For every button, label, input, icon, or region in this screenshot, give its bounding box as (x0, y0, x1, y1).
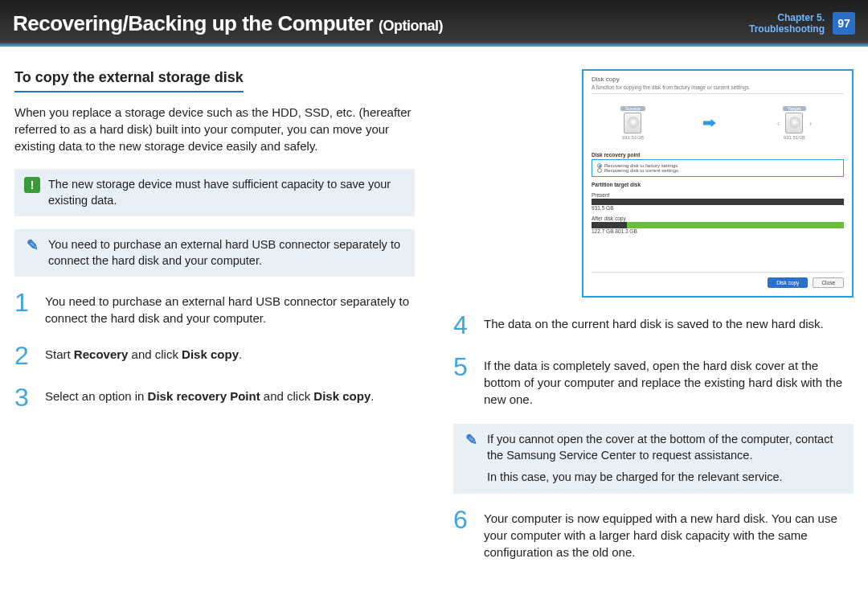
note-callout: ✎ You need to purchase an external hard … (14, 229, 415, 277)
chapter-line2: Troubleshooting (749, 23, 825, 35)
left-column: To copy the external storage disk When y… (14, 69, 415, 577)
close-button[interactable]: Close (813, 277, 844, 288)
chapter-label: Chapter 5. Troubleshooting (749, 12, 825, 35)
hard-disk-icon (785, 113, 803, 133)
step-number: 2 (14, 343, 37, 368)
title-main: Recovering/Backing up the Computer (13, 11, 379, 35)
chevron-right-icon[interactable]: › (806, 119, 815, 128)
step-text: Your computer is now equipped with a new… (484, 507, 854, 561)
header-meta: Chapter 5. Troubleshooting 97 (749, 12, 855, 35)
step-text: You need to purchase an external hard US… (45, 290, 415, 326)
warning-icon: ! (24, 177, 40, 193)
ss-radio-current[interactable]: Recovering disk to current settings. (597, 168, 838, 173)
step-4: 4 The data on the current hard disk is s… (453, 312, 854, 338)
page-number-badge: 97 (833, 12, 855, 35)
warning-text: The new storage device must have suffici… (48, 177, 405, 208)
ss-source-disk: Source 931.51GB (620, 106, 645, 140)
title-optional: (Optional) (379, 18, 443, 34)
step-text: If the data is completely saved, open th… (484, 354, 854, 408)
page-content: To copy the external storage disk When y… (0, 47, 868, 591)
ss-after-label: After disk copy (592, 216, 844, 221)
step-6: 6 Your computer is now equipped with a n… (453, 507, 854, 561)
section-title: To copy the external storage disk (14, 69, 244, 92)
ss-partition-present: Present 931.5 GB (592, 192, 844, 211)
ss-recovery-section: Disk recovery point (592, 152, 844, 158)
step-3: 3 Select an option in Disk recovery Poin… (14, 384, 415, 410)
warning-callout: ! The new storage device must have suffi… (14, 169, 415, 216)
step-number: 6 (453, 507, 476, 561)
ss-footer: Disk copy Close (592, 272, 844, 288)
page-header: Recovering/Backing up the Computer (Opti… (0, 0, 868, 47)
service-note-callout: ✎ If you cannot open the cover at the bo… (453, 424, 854, 494)
step-1: 1 You need to purchase an external hard … (14, 290, 415, 326)
radio-icon (597, 168, 602, 173)
ss-target-label: Target (783, 106, 806, 111)
step-number: 3 (14, 384, 37, 410)
disk-copy-screenshot: Disk copy A function for copying the dis… (582, 69, 854, 298)
partition-bar (592, 199, 844, 205)
step-text: The data on the current hard disk is sav… (484, 312, 824, 338)
ss-present-size: 931.5 GB (592, 205, 844, 211)
step-text: Select an option in Disk recovery Point … (45, 384, 374, 410)
step-number: 5 (453, 354, 476, 408)
partition-bar (592, 222, 844, 228)
step-5: 5 If the data is completely saved, open … (453, 354, 854, 408)
disk-copy-button[interactable]: Disk copy (768, 277, 808, 288)
ss-partition-after: After disk copy 122.7 GB 801.3 GB (592, 216, 844, 234)
intro-paragraph: When you replace a storage device such a… (14, 104, 415, 154)
note-icon: ✎ (24, 237, 40, 253)
ss-target-disk: Target 931.51GB (783, 106, 806, 140)
ss-source-label: Source (620, 106, 645, 111)
chapter-line1: Chapter 5. (749, 12, 825, 23)
chevron-left-icon[interactable]: ‹ (774, 119, 783, 128)
ss-recovery-options: Recovering disk to factory settings. Rec… (592, 159, 844, 177)
hard-disk-icon (624, 113, 641, 133)
ss-target-size: 931.51GB (784, 135, 805, 140)
ss-present-label: Present (592, 192, 844, 198)
note-icon: ✎ (463, 432, 479, 448)
step-number: 1 (14, 290, 37, 326)
ss-disk-row: Source 931.51GB ‹ Target 931.51GB › (592, 99, 844, 147)
step-text: Start Recovery and click Disk copy. (45, 343, 242, 368)
ss-subtitle: A function for copying the disk from fac… (592, 84, 844, 94)
ss-after-sizes: 122.7 GB 801.3 GB (592, 228, 844, 234)
right-column: Disk copy A function for copying the dis… (453, 69, 854, 577)
ss-title: Disk copy (592, 76, 844, 83)
step-number: 4 (453, 312, 476, 338)
step-2: 2 Start Recovery and click Disk copy. (14, 343, 415, 368)
arrow-right-icon (703, 119, 716, 127)
ss-source-size: 931.51GB (622, 135, 644, 140)
note-text: You need to purchase an external hard US… (48, 237, 405, 269)
page-title: Recovering/Backing up the Computer (Opti… (13, 11, 443, 36)
service-note-text: If you cannot open the cover at the bott… (487, 432, 844, 486)
ss-partition-section: Partition target disk (592, 182, 844, 187)
